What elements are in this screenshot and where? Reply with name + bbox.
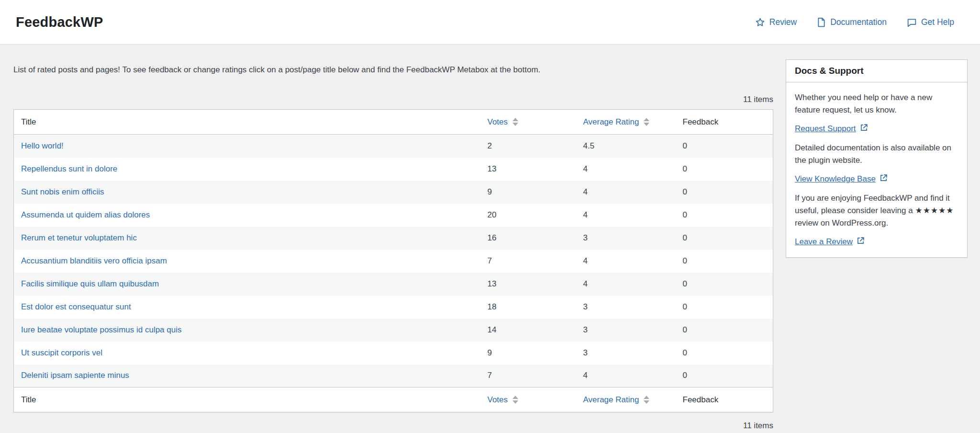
title-cell: Hello world! xyxy=(14,135,473,158)
table-row: Rerum et tenetur voluptatem hic 16 3 0 xyxy=(14,227,773,250)
column-header-title: Title xyxy=(14,110,473,135)
rated-posts-table: Title Votes Average Rating Feedback xyxy=(13,109,773,412)
sort-rating-link[interactable]: Average Rating xyxy=(583,395,650,405)
items-count-bottom: 11 items xyxy=(13,421,773,431)
column-footer-title: Title xyxy=(14,387,473,412)
docs-text: Detailed documentation is also available… xyxy=(795,142,958,167)
rating-header-label: Average Rating xyxy=(583,117,639,127)
feedback-cell: 0 xyxy=(669,296,773,319)
rating-cell: 4 xyxy=(569,273,669,296)
title-cell: Assumenda ut quidem alias dolores xyxy=(14,204,473,227)
documentation-link[interactable]: Documentation xyxy=(817,17,887,27)
post-title-link[interactable]: Hello world! xyxy=(21,141,64,150)
post-title-link[interactable]: Facilis similique quis ullam quibusdam xyxy=(21,279,159,288)
chat-icon xyxy=(907,17,917,27)
post-title-link[interactable]: Est dolor est consequatur sunt xyxy=(21,302,131,311)
post-title-link[interactable]: Sunt nobis enim officiis xyxy=(21,187,104,196)
leave-a-review-link[interactable]: Leave a Review xyxy=(795,237,853,247)
post-title-link[interactable]: Assumenda ut quidem alias dolores xyxy=(21,210,150,219)
sort-arrows-icon xyxy=(512,396,518,404)
sort-arrows-icon xyxy=(512,118,518,126)
feedback-cell: 0 xyxy=(669,158,773,181)
votes-cell: 13 xyxy=(473,273,569,296)
votes-cell: 9 xyxy=(473,342,569,365)
table-footer: Title Votes Average Rating Feedback xyxy=(14,387,773,412)
votes-cell: 7 xyxy=(473,365,569,387)
view-knowledge-base-link[interactable]: View Knowledge Base xyxy=(795,174,876,184)
votes-cell: 18 xyxy=(473,296,569,319)
table-row: Repellendus sunt in dolore 13 4 0 xyxy=(14,158,773,181)
post-title-link[interactable]: Iure beatae voluptate possimus id culpa … xyxy=(21,325,181,334)
five-stars-icon: ★★★★★ xyxy=(915,206,954,215)
sort-votes-link[interactable]: Votes xyxy=(488,117,519,127)
column-footer-rating: Average Rating xyxy=(569,387,669,412)
support-text: Whether you need help or have a new feat… xyxy=(795,91,958,116)
post-title-link[interactable]: Rerum et tenetur voluptatem hic xyxy=(21,233,137,242)
header-links: Review Documentation Get Help xyxy=(755,17,954,27)
feedback-cell: 0 xyxy=(669,319,773,342)
feedback-cell: 0 xyxy=(669,135,773,158)
rating-cell: 3 xyxy=(569,319,669,342)
feedback-cell: 0 xyxy=(669,250,773,273)
votes-cell: 2 xyxy=(473,135,569,158)
post-title-link[interactable]: Accusantium blanditiis vero officia ipsa… xyxy=(21,256,167,265)
rating-cell: 3 xyxy=(569,227,669,250)
external-link-icon xyxy=(857,237,865,247)
table-row: Est dolor est consequatur sunt 18 3 0 xyxy=(14,296,773,319)
rating-cell: 3 xyxy=(569,296,669,319)
items-count-top: 11 items xyxy=(13,95,773,104)
external-link-icon xyxy=(860,124,868,134)
intro-text: List of rated posts and pages! To see fe… xyxy=(13,65,773,75)
votes-cell: 7 xyxy=(473,250,569,273)
column-header-feedback: Feedback xyxy=(669,110,773,135)
table-row: Hello world! 2 4.5 0 xyxy=(14,135,773,158)
feedback-cell: 0 xyxy=(669,365,773,387)
rating-cell: 4 xyxy=(569,250,669,273)
rating-footer-label: Average Rating xyxy=(583,395,639,405)
table-row: Deleniti ipsam sapiente minus 7 4 0 xyxy=(14,365,773,387)
title-cell: Deleniti ipsam sapiente minus xyxy=(14,365,473,387)
feedback-cell: 0 xyxy=(669,273,773,296)
table-row: Accusantium blanditiis vero officia ipsa… xyxy=(14,250,773,273)
table-row: Assumenda ut quidem alias dolores 20 4 0 xyxy=(14,204,773,227)
votes-cell: 13 xyxy=(473,158,569,181)
get-help-link[interactable]: Get Help xyxy=(907,17,954,27)
sort-rating-link[interactable]: Average Rating xyxy=(583,117,650,127)
rating-cell: 4 xyxy=(569,158,669,181)
column-footer-votes: Votes xyxy=(473,387,569,412)
docs-support-panel: Docs & Support Whether you need help or … xyxy=(786,59,968,258)
post-title-link[interactable]: Ut suscipit corporis vel xyxy=(21,348,102,357)
title-cell: Iure beatae voluptate possimus id culpa … xyxy=(14,319,473,342)
document-icon xyxy=(817,17,826,27)
request-support-link[interactable]: Request Support xyxy=(795,124,856,134)
feedback-cell: 0 xyxy=(669,204,773,227)
rating-cell: 3 xyxy=(569,342,669,365)
external-link-icon xyxy=(880,174,888,184)
table-row: Sunt nobis enim officiis 9 4 0 xyxy=(14,181,773,204)
table-body: Hello world! 2 4.5 0 Repellendus sunt in… xyxy=(14,135,773,387)
votes-footer-label: Votes xyxy=(488,395,508,405)
title-cell: Sunt nobis enim officiis xyxy=(14,181,473,204)
feedback-cell: 0 xyxy=(669,181,773,204)
title-cell: Accusantium blanditiis vero officia ipsa… xyxy=(14,250,473,273)
table-row: Facilis similique quis ullam quibusdam 1… xyxy=(14,273,773,296)
feedback-cell: 0 xyxy=(669,227,773,250)
review-link[interactable]: Review xyxy=(755,17,797,27)
votes-cell: 16 xyxy=(473,227,569,250)
page-header: FeedbackWP Review Documentation xyxy=(0,0,980,45)
title-cell: Facilis similique quis ullam quibusdam xyxy=(14,273,473,296)
table-row: Iure beatae voluptate possimus id culpa … xyxy=(14,319,773,342)
feedbackwp-admin-page: FeedbackWP Review Documentation xyxy=(0,0,980,433)
page-title: FeedbackWP xyxy=(16,14,103,30)
review-link-label: Review xyxy=(769,17,797,27)
column-header-votes: Votes xyxy=(473,110,569,135)
sort-votes-link[interactable]: Votes xyxy=(488,395,519,405)
docs-support-body: Whether you need help or have a new feat… xyxy=(786,82,967,257)
table-row: Ut suscipit corporis vel 9 3 0 xyxy=(14,342,773,365)
title-cell: Ut suscipit corporis vel xyxy=(14,342,473,365)
post-title-link[interactable]: Repellendus sunt in dolore xyxy=(21,164,117,173)
votes-cell: 9 xyxy=(473,181,569,204)
review-text: If you are enjoying FeedbackWP and find … xyxy=(795,192,958,229)
post-title-link[interactable]: Deleniti ipsam sapiente minus xyxy=(21,371,129,380)
documentation-link-label: Documentation xyxy=(830,17,887,27)
